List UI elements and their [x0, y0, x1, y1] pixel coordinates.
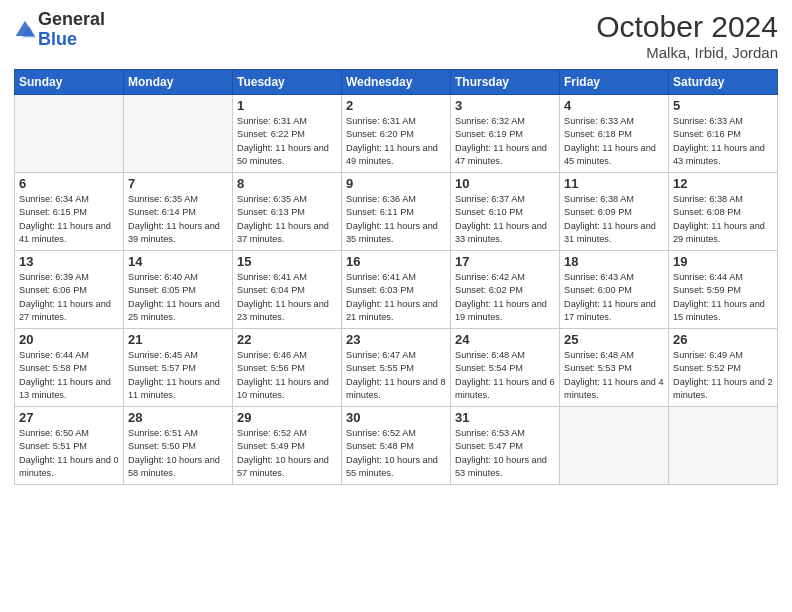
day-info: Sunrise: 6:33 AM Sunset: 6:18 PM Dayligh…: [564, 115, 664, 168]
col-header-tuesday: Tuesday: [233, 70, 342, 95]
day-cell: 27Sunrise: 6:50 AM Sunset: 5:51 PM Dayli…: [15, 407, 124, 485]
calendar-table: SundayMondayTuesdayWednesdayThursdayFrid…: [14, 69, 778, 485]
day-cell: 28Sunrise: 6:51 AM Sunset: 5:50 PM Dayli…: [124, 407, 233, 485]
day-cell: 31Sunrise: 6:53 AM Sunset: 5:47 PM Dayli…: [451, 407, 560, 485]
day-info: Sunrise: 6:47 AM Sunset: 5:55 PM Dayligh…: [346, 349, 446, 402]
day-cell: 25Sunrise: 6:48 AM Sunset: 5:53 PM Dayli…: [560, 329, 669, 407]
day-cell: 13Sunrise: 6:39 AM Sunset: 6:06 PM Dayli…: [15, 251, 124, 329]
day-info: Sunrise: 6:32 AM Sunset: 6:19 PM Dayligh…: [455, 115, 555, 168]
week-row-4: 20Sunrise: 6:44 AM Sunset: 5:58 PM Dayli…: [15, 329, 778, 407]
day-info: Sunrise: 6:46 AM Sunset: 5:56 PM Dayligh…: [237, 349, 337, 402]
day-cell: 21Sunrise: 6:45 AM Sunset: 5:57 PM Dayli…: [124, 329, 233, 407]
day-number: 15: [237, 254, 337, 269]
day-info: Sunrise: 6:48 AM Sunset: 5:54 PM Dayligh…: [455, 349, 555, 402]
day-number: 12: [673, 176, 773, 191]
day-info: Sunrise: 6:42 AM Sunset: 6:02 PM Dayligh…: [455, 271, 555, 324]
day-cell: 8Sunrise: 6:35 AM Sunset: 6:13 PM Daylig…: [233, 173, 342, 251]
day-info: Sunrise: 6:34 AM Sunset: 6:15 PM Dayligh…: [19, 193, 119, 246]
day-cell: 9Sunrise: 6:36 AM Sunset: 6:11 PM Daylig…: [342, 173, 451, 251]
day-cell: 16Sunrise: 6:41 AM Sunset: 6:03 PM Dayli…: [342, 251, 451, 329]
col-header-thursday: Thursday: [451, 70, 560, 95]
col-header-friday: Friday: [560, 70, 669, 95]
day-number: 6: [19, 176, 119, 191]
day-cell: 24Sunrise: 6:48 AM Sunset: 5:54 PM Dayli…: [451, 329, 560, 407]
title-block: October 2024 Malka, Irbid, Jordan: [596, 10, 778, 61]
day-info: Sunrise: 6:52 AM Sunset: 5:49 PM Dayligh…: [237, 427, 337, 480]
day-number: 5: [673, 98, 773, 113]
day-cell: 3Sunrise: 6:32 AM Sunset: 6:19 PM Daylig…: [451, 95, 560, 173]
day-cell: 1Sunrise: 6:31 AM Sunset: 6:22 PM Daylig…: [233, 95, 342, 173]
day-number: 16: [346, 254, 446, 269]
logo-blue-text: Blue: [38, 29, 77, 49]
day-number: 2: [346, 98, 446, 113]
day-info: Sunrise: 6:53 AM Sunset: 5:47 PM Dayligh…: [455, 427, 555, 480]
day-info: Sunrise: 6:41 AM Sunset: 6:04 PM Dayligh…: [237, 271, 337, 324]
day-info: Sunrise: 6:50 AM Sunset: 5:51 PM Dayligh…: [19, 427, 119, 480]
col-header-saturday: Saturday: [669, 70, 778, 95]
header: General Blue October 2024 Malka, Irbid, …: [14, 10, 778, 61]
day-cell: [669, 407, 778, 485]
day-cell: 11Sunrise: 6:38 AM Sunset: 6:09 PM Dayli…: [560, 173, 669, 251]
logo: General Blue: [14, 10, 105, 50]
day-number: 10: [455, 176, 555, 191]
day-info: Sunrise: 6:37 AM Sunset: 6:10 PM Dayligh…: [455, 193, 555, 246]
day-info: Sunrise: 6:36 AM Sunset: 6:11 PM Dayligh…: [346, 193, 446, 246]
day-info: Sunrise: 6:48 AM Sunset: 5:53 PM Dayligh…: [564, 349, 664, 402]
day-number: 20: [19, 332, 119, 347]
day-cell: 19Sunrise: 6:44 AM Sunset: 5:59 PM Dayli…: [669, 251, 778, 329]
week-row-3: 13Sunrise: 6:39 AM Sunset: 6:06 PM Dayli…: [15, 251, 778, 329]
day-cell: 23Sunrise: 6:47 AM Sunset: 5:55 PM Dayli…: [342, 329, 451, 407]
day-info: Sunrise: 6:43 AM Sunset: 6:00 PM Dayligh…: [564, 271, 664, 324]
header-row: SundayMondayTuesdayWednesdayThursdayFrid…: [15, 70, 778, 95]
day-number: 4: [564, 98, 664, 113]
day-cell: [15, 95, 124, 173]
day-number: 1: [237, 98, 337, 113]
day-number: 3: [455, 98, 555, 113]
day-number: 11: [564, 176, 664, 191]
day-cell: [560, 407, 669, 485]
day-cell: 14Sunrise: 6:40 AM Sunset: 6:05 PM Dayli…: [124, 251, 233, 329]
page-container: General Blue October 2024 Malka, Irbid, …: [0, 0, 792, 495]
day-info: Sunrise: 6:41 AM Sunset: 6:03 PM Dayligh…: [346, 271, 446, 324]
col-header-monday: Monday: [124, 70, 233, 95]
day-cell: 6Sunrise: 6:34 AM Sunset: 6:15 PM Daylig…: [15, 173, 124, 251]
day-cell: 30Sunrise: 6:52 AM Sunset: 5:48 PM Dayli…: [342, 407, 451, 485]
day-number: 9: [346, 176, 446, 191]
day-cell: 5Sunrise: 6:33 AM Sunset: 6:16 PM Daylig…: [669, 95, 778, 173]
day-number: 13: [19, 254, 119, 269]
day-cell: 26Sunrise: 6:49 AM Sunset: 5:52 PM Dayli…: [669, 329, 778, 407]
day-number: 26: [673, 332, 773, 347]
location: Malka, Irbid, Jordan: [596, 44, 778, 61]
day-cell: 29Sunrise: 6:52 AM Sunset: 5:49 PM Dayli…: [233, 407, 342, 485]
day-cell: 4Sunrise: 6:33 AM Sunset: 6:18 PM Daylig…: [560, 95, 669, 173]
day-info: Sunrise: 6:45 AM Sunset: 5:57 PM Dayligh…: [128, 349, 228, 402]
day-cell: 18Sunrise: 6:43 AM Sunset: 6:00 PM Dayli…: [560, 251, 669, 329]
col-header-sunday: Sunday: [15, 70, 124, 95]
day-info: Sunrise: 6:35 AM Sunset: 6:13 PM Dayligh…: [237, 193, 337, 246]
day-info: Sunrise: 6:51 AM Sunset: 5:50 PM Dayligh…: [128, 427, 228, 480]
day-number: 7: [128, 176, 228, 191]
day-info: Sunrise: 6:31 AM Sunset: 6:20 PM Dayligh…: [346, 115, 446, 168]
day-info: Sunrise: 6:38 AM Sunset: 6:09 PM Dayligh…: [564, 193, 664, 246]
day-number: 17: [455, 254, 555, 269]
logo-general-text: General: [38, 9, 105, 29]
day-info: Sunrise: 6:31 AM Sunset: 6:22 PM Dayligh…: [237, 115, 337, 168]
month-title: October 2024: [596, 10, 778, 44]
day-info: Sunrise: 6:38 AM Sunset: 6:08 PM Dayligh…: [673, 193, 773, 246]
week-row-5: 27Sunrise: 6:50 AM Sunset: 5:51 PM Dayli…: [15, 407, 778, 485]
day-number: 28: [128, 410, 228, 425]
day-number: 8: [237, 176, 337, 191]
day-number: 18: [564, 254, 664, 269]
day-cell: [124, 95, 233, 173]
day-number: 14: [128, 254, 228, 269]
day-cell: 7Sunrise: 6:35 AM Sunset: 6:14 PM Daylig…: [124, 173, 233, 251]
day-info: Sunrise: 6:40 AM Sunset: 6:05 PM Dayligh…: [128, 271, 228, 324]
day-number: 27: [19, 410, 119, 425]
day-info: Sunrise: 6:52 AM Sunset: 5:48 PM Dayligh…: [346, 427, 446, 480]
day-number: 22: [237, 332, 337, 347]
day-cell: 10Sunrise: 6:37 AM Sunset: 6:10 PM Dayli…: [451, 173, 560, 251]
day-number: 24: [455, 332, 555, 347]
day-number: 29: [237, 410, 337, 425]
day-info: Sunrise: 6:49 AM Sunset: 5:52 PM Dayligh…: [673, 349, 773, 402]
day-info: Sunrise: 6:33 AM Sunset: 6:16 PM Dayligh…: [673, 115, 773, 168]
